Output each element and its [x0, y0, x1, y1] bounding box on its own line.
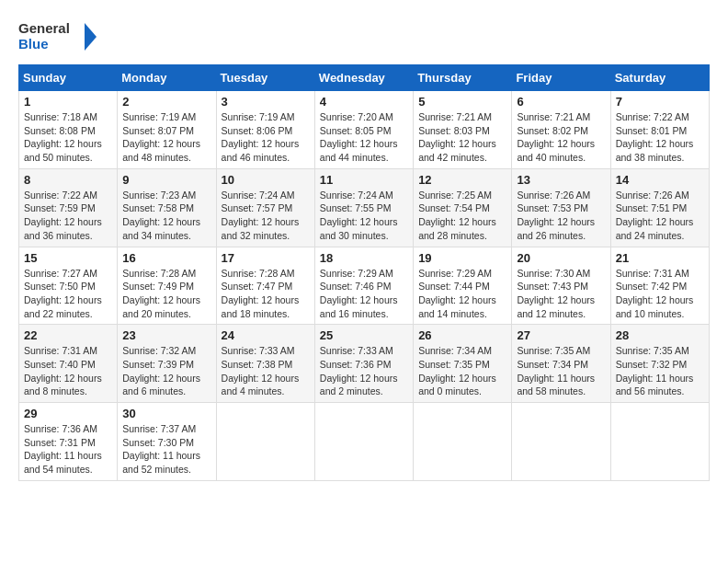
header-wednesday: Wednesday: [314, 65, 413, 91]
day-number: 13: [517, 173, 605, 187]
day-number: 23: [122, 328, 210, 342]
svg-text:General: General: [18, 20, 70, 36]
day-content: Sunrise: 7:21 AMSunset: 8:02 PMDaylight:…: [517, 110, 605, 165]
day-content: Sunrise: 7:33 AMSunset: 7:36 PMDaylight:…: [320, 344, 408, 398]
day-content: Sunrise: 7:31 AMSunset: 7:42 PMDaylight:…: [616, 267, 704, 321]
day-content: Sunrise: 7:35 AMSunset: 7:34 PMDaylight:…: [517, 344, 605, 398]
header-monday: Monday: [118, 65, 216, 91]
day-number: 12: [418, 173, 506, 187]
calendar-cell: [610, 403, 709, 481]
day-number: 11: [320, 173, 408, 187]
day-number: 4: [320, 95, 408, 109]
calendar-cell: 11Sunrise: 7:24 AMSunset: 7:55 PMDayligh…: [314, 168, 413, 247]
day-content: Sunrise: 7:23 AMSunset: 7:58 PMDaylight:…: [122, 189, 210, 243]
calendar-cell: 30Sunrise: 7:37 AMSunset: 7:30 PMDayligh…: [118, 403, 216, 481]
calendar-cell: 24Sunrise: 7:33 AMSunset: 7:38 PMDayligh…: [216, 325, 314, 403]
calendar-cell: [414, 403, 512, 481]
day-number: 1: [24, 95, 112, 109]
calendar-cell: 21Sunrise: 7:31 AMSunset: 7:42 PMDayligh…: [610, 247, 709, 325]
day-number: 2: [122, 95, 210, 109]
calendar-cell: 27Sunrise: 7:35 AMSunset: 7:34 PMDayligh…: [512, 325, 610, 403]
day-content: Sunrise: 7:18 AMSunset: 8:08 PMDaylight:…: [24, 110, 112, 165]
svg-marker-2: [85, 23, 97, 51]
calendar-cell: 25Sunrise: 7:33 AMSunset: 7:36 PMDayligh…: [314, 325, 413, 403]
calendar-cell: 26Sunrise: 7:34 AMSunset: 7:35 PMDayligh…: [414, 325, 512, 403]
day-content: Sunrise: 7:30 AMSunset: 7:43 PMDaylight:…: [517, 267, 605, 321]
calendar-cell: 20Sunrise: 7:30 AMSunset: 7:43 PMDayligh…: [512, 247, 610, 325]
header-friday: Friday: [512, 65, 610, 91]
day-content: Sunrise: 7:22 AMSunset: 7:59 PMDaylight:…: [24, 189, 112, 243]
day-content: Sunrise: 7:28 AMSunset: 7:49 PMDaylight:…: [122, 267, 210, 321]
calendar-cell: 6Sunrise: 7:21 AMSunset: 8:02 PMDaylight…: [512, 91, 610, 169]
day-number: 21: [616, 251, 704, 265]
calendar-cell: 14Sunrise: 7:26 AMSunset: 7:51 PMDayligh…: [610, 168, 709, 247]
day-content: Sunrise: 7:21 AMSunset: 8:03 PMDaylight:…: [418, 110, 506, 165]
calendar-cell: 13Sunrise: 7:26 AMSunset: 7:53 PMDayligh…: [512, 168, 610, 247]
header-thursday: Thursday: [414, 65, 512, 91]
day-number: 6: [517, 95, 605, 109]
calendar-cell: 15Sunrise: 7:27 AMSunset: 7:50 PMDayligh…: [19, 247, 118, 325]
calendar-cell: 18Sunrise: 7:29 AMSunset: 7:46 PMDayligh…: [314, 247, 413, 325]
day-content: Sunrise: 7:26 AMSunset: 7:51 PMDaylight:…: [616, 189, 704, 243]
calendar-table: SundayMondayTuesdayWednesdayThursdayFrid…: [18, 64, 710, 481]
header-tuesday: Tuesday: [216, 65, 314, 91]
calendar-cell: 10Sunrise: 7:24 AMSunset: 7:57 PMDayligh…: [216, 168, 314, 247]
header: GeneralBlue: [18, 18, 710, 55]
calendar-row: 8Sunrise: 7:22 AMSunset: 7:59 PMDaylight…: [19, 168, 710, 247]
calendar-cell: 12Sunrise: 7:25 AMSunset: 7:54 PMDayligh…: [414, 168, 512, 247]
day-content: Sunrise: 7:22 AMSunset: 8:01 PMDaylight:…: [616, 110, 704, 165]
day-number: 5: [418, 95, 506, 109]
calendar-cell: 17Sunrise: 7:28 AMSunset: 7:47 PMDayligh…: [216, 247, 314, 325]
day-content: Sunrise: 7:35 AMSunset: 7:32 PMDaylight:…: [616, 344, 704, 398]
day-content: Sunrise: 7:28 AMSunset: 7:47 PMDaylight:…: [222, 267, 310, 321]
day-number: 22: [24, 328, 112, 342]
day-number: 7: [616, 95, 704, 109]
day-number: 30: [122, 407, 210, 420]
day-number: 25: [320, 328, 408, 342]
day-number: 15: [24, 251, 112, 265]
calendar-cell: 1Sunrise: 7:18 AMSunset: 8:08 PMDaylight…: [19, 91, 118, 169]
calendar-cell: 19Sunrise: 7:29 AMSunset: 7:44 PMDayligh…: [414, 247, 512, 325]
day-content: Sunrise: 7:20 AMSunset: 8:05 PMDaylight:…: [320, 110, 408, 165]
calendar-cell: 8Sunrise: 7:22 AMSunset: 7:59 PMDaylight…: [19, 168, 118, 247]
day-content: Sunrise: 7:32 AMSunset: 7:39 PMDaylight:…: [122, 344, 210, 398]
day-content: Sunrise: 7:36 AMSunset: 7:31 PMDaylight:…: [24, 422, 112, 477]
day-content: Sunrise: 7:37 AMSunset: 7:30 PMDaylight:…: [122, 422, 210, 477]
calendar-header-row: SundayMondayTuesdayWednesdayThursdayFrid…: [19, 65, 710, 91]
logo: GeneralBlue: [18, 18, 101, 55]
day-number: 17: [222, 251, 310, 265]
calendar-row: 29Sunrise: 7:36 AMSunset: 7:31 PMDayligh…: [19, 403, 710, 481]
day-content: Sunrise: 7:27 AMSunset: 7:50 PMDaylight:…: [24, 267, 112, 321]
day-number: 3: [222, 95, 310, 109]
day-content: Sunrise: 7:29 AMSunset: 7:46 PMDaylight:…: [320, 267, 408, 321]
day-number: 28: [616, 328, 704, 342]
day-content: Sunrise: 7:34 AMSunset: 7:35 PMDaylight:…: [418, 344, 506, 398]
calendar-cell: 5Sunrise: 7:21 AMSunset: 8:03 PMDaylight…: [414, 91, 512, 169]
calendar-cell: 23Sunrise: 7:32 AMSunset: 7:39 PMDayligh…: [118, 325, 216, 403]
calendar-cell: 28Sunrise: 7:35 AMSunset: 7:32 PMDayligh…: [610, 325, 709, 403]
day-content: Sunrise: 7:31 AMSunset: 7:40 PMDaylight:…: [24, 344, 112, 398]
day-content: Sunrise: 7:25 AMSunset: 7:54 PMDaylight:…: [418, 189, 506, 243]
calendar-row: 15Sunrise: 7:27 AMSunset: 7:50 PMDayligh…: [19, 247, 710, 325]
calendar-cell: 7Sunrise: 7:22 AMSunset: 8:01 PMDaylight…: [610, 91, 709, 169]
day-number: 27: [517, 328, 605, 342]
calendar-cell: [314, 403, 413, 481]
calendar-cell: [512, 403, 610, 481]
day-number: 9: [122, 173, 210, 187]
day-content: Sunrise: 7:33 AMSunset: 7:38 PMDaylight:…: [222, 344, 310, 398]
day-number: 24: [222, 328, 310, 342]
calendar-cell: 3Sunrise: 7:19 AMSunset: 8:06 PMDaylight…: [216, 91, 314, 169]
svg-text:Blue: Blue: [18, 36, 49, 52]
day-number: 8: [24, 173, 112, 187]
logo-svg: GeneralBlue: [18, 18, 101, 55]
calendar-cell: 9Sunrise: 7:23 AMSunset: 7:58 PMDaylight…: [118, 168, 216, 247]
day-content: Sunrise: 7:29 AMSunset: 7:44 PMDaylight:…: [418, 267, 506, 321]
calendar-row: 1Sunrise: 7:18 AMSunset: 8:08 PMDaylight…: [19, 91, 710, 169]
calendar-cell: 29Sunrise: 7:36 AMSunset: 7:31 PMDayligh…: [19, 403, 118, 481]
header-saturday: Saturday: [610, 65, 709, 91]
day-number: 16: [122, 251, 210, 265]
day-number: 29: [24, 407, 112, 420]
day-content: Sunrise: 7:24 AMSunset: 7:57 PMDaylight:…: [222, 189, 310, 243]
calendar-row: 22Sunrise: 7:31 AMSunset: 7:40 PMDayligh…: [19, 325, 710, 403]
calendar-cell: 16Sunrise: 7:28 AMSunset: 7:49 PMDayligh…: [118, 247, 216, 325]
